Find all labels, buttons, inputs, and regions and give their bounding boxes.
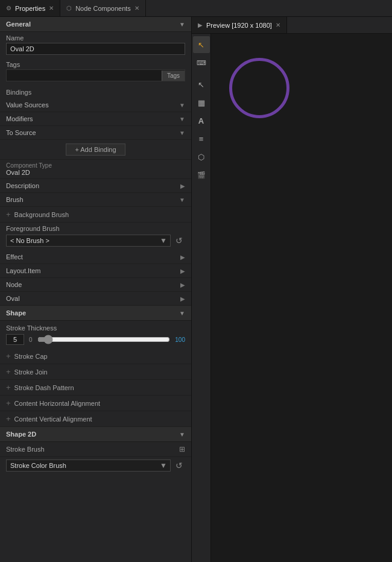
add-binding-button[interactable]: + Add Binding — [66, 144, 125, 156]
tags-button[interactable]: Tags — [162, 71, 185, 81]
tab-properties-label: Properties — [15, 5, 45, 12]
name-label: Name — [6, 34, 185, 42]
to-source-chevron-icon: ▼ — [179, 130, 185, 136]
stroke-cap-row[interactable]: + Stroke Cap — [0, 349, 191, 364]
general-chevron-icon: ▼ — [179, 21, 185, 28]
content-v-align-row[interactable]: + Content Vertical Alignment — [0, 411, 191, 427]
background-brush-label: Background Brush — [14, 211, 69, 218]
cursor-tool-icon: ↖ — [198, 40, 204, 49]
stroke-join-row[interactable]: + Stroke Join — [0, 364, 191, 380]
tags-input[interactable] — [7, 70, 162, 81]
oval-chevron-icon: ▶ — [180, 295, 185, 302]
close-properties-icon[interactable]: ✕ — [49, 5, 54, 11]
properties-icon: ⚙ — [6, 5, 11, 11]
camera-tool-button[interactable]: 🎬 — [193, 166, 210, 183]
value-sources-chevron-icon: ▼ — [179, 102, 185, 109]
layers-tool-button[interactable]: ≡ — [193, 130, 210, 147]
stroke-thickness-row: 0 100 — [6, 334, 185, 345]
to-source-label: To Source — [6, 129, 36, 136]
keyboard-tool-icon: ⌨ — [197, 59, 206, 67]
close-node-components-icon[interactable]: ✕ — [134, 5, 139, 11]
close-preview-icon[interactable]: ✕ — [276, 22, 280, 28]
brush-row[interactable]: Brush ▼ — [0, 193, 191, 207]
effect-chevron-icon: ▶ — [180, 254, 185, 260]
node-components-icon: ⬡ — [66, 5, 72, 11]
content-h-align-row[interactable]: + Content Horizontal Alignment — [0, 396, 191, 411]
effect-label: Effect — [6, 253, 23, 260]
add-binding-section: + Add Binding — [0, 140, 191, 160]
to-source-row[interactable]: To Source ▼ — [0, 126, 191, 140]
content-v-plus-icon: + — [6, 414, 11, 423]
foreground-brush-label: Foreground Brush — [0, 223, 191, 233]
tab-node-components-label: Node Components — [75, 5, 131, 12]
stroke-join-label: Stroke Join — [14, 368, 48, 376]
tags-input-wrap: Tags — [6, 69, 185, 81]
content-h-align-label: Content Horizontal Alignment — [14, 400, 100, 407]
shape2d-chevron-icon: ▼ — [179, 431, 185, 438]
background-brush-row[interactable]: + Background Brush — [0, 207, 191, 223]
tags-row: Tags Tags — [0, 58, 191, 85]
component-type-row: Component Type Oval 2D — [0, 160, 191, 179]
shape2d-section-title: Shape 2D — [6, 431, 36, 438]
stroke-color-brush-reset-button[interactable]: ↺ — [173, 459, 185, 472]
stroke-color-brush-row: Stroke Color Brush ▼ ↺ — [0, 457, 191, 474]
preview-canvas — [211, 34, 392, 562]
preview-tab-bar: ▶ Preview [1920 x 1080] ✕ — [192, 17, 392, 34]
shape2d-section-header[interactable]: Shape 2D ▼ — [0, 427, 191, 442]
general-section-header[interactable]: General ▼ — [0, 17, 191, 32]
oval-shape — [229, 58, 289, 118]
cursor-tool-button[interactable]: ↖ — [193, 36, 210, 53]
stroke-join-plus-icon: + — [6, 367, 11, 376]
foreground-brush-select[interactable]: < No Brush > — [6, 235, 171, 247]
stroke-slider[interactable] — [37, 335, 171, 344]
stroke-cap-plus-icon: + — [6, 352, 11, 361]
text-tool-button[interactable]: A — [193, 112, 210, 129]
layout-item-chevron-icon: ▶ — [180, 268, 185, 274]
name-row: Name — [0, 32, 191, 58]
shape-section-header[interactable]: Shape ▼ — [0, 306, 191, 321]
description-label: Description — [6, 182, 39, 189]
brush-label: Brush — [6, 196, 24, 203]
content-h-plus-icon: + — [6, 399, 11, 408]
stroke-brush-grid-icon: ⊞ — [179, 445, 185, 453]
node-row[interactable]: Node ▶ — [0, 278, 191, 292]
grid-tool-button[interactable]: ▦ — [193, 94, 210, 111]
description-row[interactable]: Description ▶ — [0, 179, 191, 193]
preview-play-icon: ▶ — [198, 22, 203, 28]
layout-item-row[interactable]: Layout.Item ▶ — [0, 264, 191, 278]
layout-item-label: Layout.Item — [6, 267, 40, 274]
tab-node-components[interactable]: ⬡ Node Components ✕ — [60, 0, 146, 16]
stroke-brush-row[interactable]: Stroke Brush ⊞ — [0, 442, 191, 457]
stroke-color-select-wrap: Stroke Color Brush ▼ — [6, 459, 171, 472]
link-tool-icon: ⬡ — [198, 153, 204, 162]
bindings-label: Bindings — [0, 85, 191, 98]
keyboard-tool-button[interactable]: ⌨ — [193, 54, 210, 71]
stroke-value-input[interactable] — [6, 334, 24, 345]
oval-row[interactable]: Oval ▶ — [0, 292, 191, 306]
tab-preview-label: Preview [1920 x 1080] — [206, 22, 272, 29]
value-sources-row[interactable]: Value Sources ▼ — [0, 98, 191, 112]
pointer-tool-icon: ↖ — [198, 80, 204, 89]
shape-section-title: Shape — [6, 309, 26, 317]
stroke-dash-plus-icon: + — [6, 383, 11, 392]
text-tool-icon: A — [198, 116, 204, 125]
modifiers-chevron-icon: ▼ — [179, 116, 185, 122]
no-brush-select-wrap: < No Brush > ▼ — [6, 235, 171, 247]
stroke-color-brush-select[interactable]: Stroke Color Brush — [6, 459, 171, 472]
stroke-dash-row[interactable]: + Stroke Dash Pattern — [0, 380, 191, 396]
stroke-brush-label: Stroke Brush — [6, 446, 45, 453]
pointer-tool-button[interactable]: ↖ — [193, 76, 210, 93]
link-tool-button[interactable]: ⬡ — [193, 148, 210, 165]
description-chevron-icon: ▶ — [180, 183, 185, 189]
effect-row[interactable]: Effect ▶ — [0, 250, 191, 264]
layers-tool-icon: ≡ — [199, 134, 204, 144]
modifiers-row[interactable]: Modifiers ▼ — [0, 112, 191, 126]
foreground-brush-reset-button[interactable]: ↺ — [173, 235, 185, 247]
modifiers-label: Modifiers — [6, 115, 33, 122]
tab-properties[interactable]: ⚙ Properties ✕ — [0, 0, 60, 16]
name-input[interactable] — [6, 43, 185, 55]
shape-chevron-icon: ▼ — [179, 310, 185, 317]
camera-tool-icon: 🎬 — [197, 171, 206, 179]
tab-preview[interactable]: ▶ Preview [1920 x 1080] ✕ — [192, 17, 287, 33]
foreground-brush-select-row: < No Brush > ▼ ↺ — [0, 233, 191, 250]
